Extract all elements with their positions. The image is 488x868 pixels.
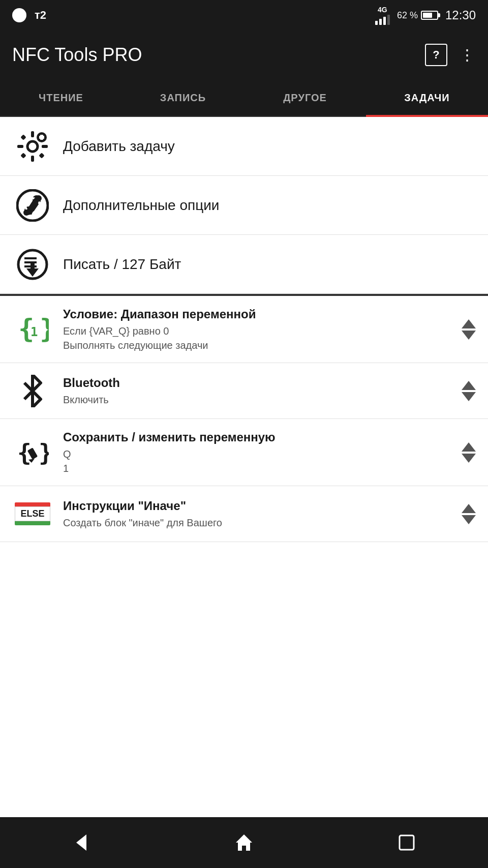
condition-icon: { 1 } xyxy=(16,313,49,346)
bomb-icon: ● xyxy=(12,8,26,22)
bluetooth-text: Bluetooth Включить xyxy=(63,375,453,407)
back-icon xyxy=(71,832,92,853)
battery-icon xyxy=(421,11,438,20)
bluetooth-reorder[interactable] xyxy=(462,381,476,401)
write-action-row[interactable]: Писать / 127 Байт xyxy=(0,235,488,294)
svg-point-0 xyxy=(27,141,38,152)
write-action-icon xyxy=(16,248,49,281)
svg-rect-8 xyxy=(39,153,44,158)
bottom-nav xyxy=(0,817,488,868)
svg-marker-31 xyxy=(76,834,86,851)
bar2 xyxy=(379,19,382,25)
write-action-icon-wrap xyxy=(12,248,53,281)
condition-icon-wrap: { 1 } xyxy=(12,313,53,346)
svg-text:}: } xyxy=(39,439,49,466)
condition-reorder[interactable] xyxy=(462,319,476,340)
app-bar-actions: ? ⋮ xyxy=(425,44,476,66)
status-right: 4G 62 % 12:30 xyxy=(375,6,476,25)
write-action-label: Писать / 127 Байт xyxy=(63,256,181,273)
tab-bar: ЧТЕНИЕ ЗАПИСЬ ДРУГОЕ ЗАДАЧИ xyxy=(0,79,488,117)
else-badge: ELSE xyxy=(15,502,50,525)
save-variable-reorder[interactable] xyxy=(462,442,476,463)
extra-options-icon xyxy=(16,189,49,222)
status-bar: ● т2 4G 62 % 12:30 xyxy=(0,0,488,31)
else-label: ELSE xyxy=(20,508,44,519)
else-green-bar xyxy=(15,521,50,525)
bar4 xyxy=(387,15,390,25)
battery-indicator: 62 % xyxy=(397,10,438,21)
svg-rect-11 xyxy=(39,136,44,139)
else-reorder-up[interactable] xyxy=(462,504,476,513)
else-text-area: Инструкции "Иначе" Создать блок "иначе" … xyxy=(63,498,453,530)
condition-title: Условие: Диапазон переменной xyxy=(63,306,453,322)
svg-point-17 xyxy=(36,195,42,201)
svg-point-16 xyxy=(23,209,29,216)
save-variable-title: Сохранить / изменить переменную xyxy=(63,429,453,445)
save-variable-reorder-up[interactable] xyxy=(462,442,476,452)
back-button[interactable] xyxy=(61,822,102,863)
battery-label: 62 % xyxy=(397,10,418,21)
tab-other[interactable]: ДРУГОЕ xyxy=(244,79,366,116)
else-title: Инструкции "Иначе" xyxy=(63,498,453,514)
svg-marker-22 xyxy=(26,268,39,277)
home-icon xyxy=(234,832,254,853)
condition-subtitle: Если {VAR_Q} равно 0 Выполнять следующие… xyxy=(63,324,453,352)
extra-options-label: Дополнительные опции xyxy=(63,197,219,214)
task-item-else[interactable]: ELSE Инструкции "Иначе" Создать блок "ин… xyxy=(0,486,488,542)
condition-reorder-up[interactable] xyxy=(462,319,476,328)
more-button[interactable]: ⋮ xyxy=(460,47,476,63)
signal-indicator: 4G xyxy=(375,6,390,25)
svg-rect-5 xyxy=(20,134,26,140)
else-mid: ELSE xyxy=(15,506,50,521)
task-item-save-variable[interactable]: { } Сохранить / изменить переменную Q 1 xyxy=(0,419,488,486)
bar3 xyxy=(383,17,386,25)
app-title: NFC Tools PRO xyxy=(12,44,142,66)
bluetooth-icon xyxy=(20,375,45,407)
bluetooth-icon-wrap xyxy=(12,375,53,407)
help-button[interactable]: ? xyxy=(425,44,447,66)
svg-rect-2 xyxy=(31,156,34,162)
add-task-icon-wrap xyxy=(12,130,53,163)
home-button[interactable] xyxy=(224,822,264,863)
svg-rect-33 xyxy=(400,835,414,850)
tab-tasks[interactable]: ЗАДАЧИ xyxy=(366,79,488,116)
bluetooth-subtitle: Включить xyxy=(63,393,453,407)
svg-rect-7 xyxy=(20,153,26,158)
save-variable-text: Сохранить / изменить переменную Q 1 xyxy=(63,429,453,475)
save-variable-icon: { } xyxy=(16,436,49,469)
condition-reorder-down[interactable] xyxy=(462,331,476,340)
else-reorder[interactable] xyxy=(462,504,476,524)
tab-read[interactable]: ЧТЕНИЕ xyxy=(0,79,122,116)
else-icon-wrap: ELSE xyxy=(12,502,53,525)
add-task-label: Добавить задачу xyxy=(63,138,175,155)
bluetooth-reorder-up[interactable] xyxy=(462,381,476,390)
svg-marker-32 xyxy=(236,834,252,851)
else-red-bar xyxy=(15,502,50,506)
save-variable-subtitle: Q 1 xyxy=(63,447,453,475)
recent-button[interactable] xyxy=(386,822,427,863)
content-area: Добавить задачу Дополнительные опции xyxy=(0,117,488,542)
battery-fill xyxy=(423,13,432,18)
task-item-bluetooth[interactable]: Bluetooth Включить xyxy=(0,363,488,419)
svg-rect-23 xyxy=(30,262,35,270)
signal-bars xyxy=(375,15,390,25)
add-task-row[interactable]: Добавить задачу xyxy=(0,117,488,176)
task-item-condition[interactable]: { 1 } Условие: Диапазон переменной Если … xyxy=(0,296,488,363)
tab-write[interactable]: ЗАПИСЬ xyxy=(122,79,244,116)
save-variable-icon-wrap: { } xyxy=(12,436,53,469)
svg-text:1: 1 xyxy=(30,325,38,339)
svg-rect-1 xyxy=(31,131,34,137)
svg-rect-4 xyxy=(42,145,48,148)
svg-text:}: } xyxy=(40,313,49,344)
carrier-label: т2 xyxy=(35,9,46,22)
else-reorder-down[interactable] xyxy=(462,515,476,524)
extra-options-icon-wrap xyxy=(12,189,53,222)
else-subtitle: Создать блок "иначе" для Вашего xyxy=(63,516,453,530)
save-variable-reorder-down[interactable] xyxy=(462,454,476,463)
4g-label: 4G xyxy=(378,6,387,14)
bluetooth-reorder-down[interactable] xyxy=(462,392,476,401)
clock: 12:30 xyxy=(445,8,476,22)
status-left: ● т2 xyxy=(12,8,46,22)
bar1 xyxy=(375,21,378,25)
extra-options-row[interactable]: Дополнительные опции xyxy=(0,176,488,235)
